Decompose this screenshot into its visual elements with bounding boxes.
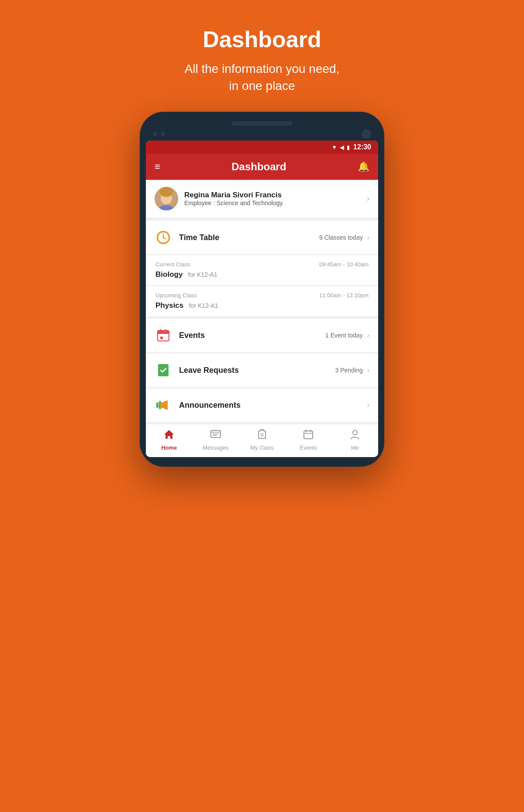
- app-bar: ≡ Dashboard 🔔: [146, 154, 378, 180]
- svg-point-30: [353, 430, 357, 435]
- messages-icon: [210, 429, 221, 443]
- wifi-icon: ▼: [331, 144, 337, 151]
- status-time: 12:30: [353, 143, 371, 151]
- svg-point-3: [160, 187, 173, 197]
- phone-camera: [362, 129, 371, 139]
- current-class-time: 09:45am - 10.40am: [319, 261, 369, 268]
- timetable-label: Time Table: [179, 233, 319, 242]
- upcoming-class-time: 11:00am - 12.10pm: [319, 292, 369, 299]
- avatar: [155, 187, 178, 210]
- me-icon: [349, 429, 361, 443]
- svg-rect-19: [160, 403, 162, 408]
- messages-label: Messages: [203, 444, 228, 451]
- profile-card[interactable]: Regina Maria Sivori Francis Employee : S…: [146, 180, 378, 217]
- page-header: Dashboard All the information you need, …: [185, 0, 340, 112]
- announcements-card[interactable]: Announcements ›: [146, 389, 378, 422]
- page-title: Dashboard: [185, 26, 340, 52]
- nav-home[interactable]: Home: [156, 429, 182, 451]
- profile-chevron: ›: [367, 194, 369, 203]
- timetable-card[interactable]: Time Table 9 Classes today ›: [146, 221, 378, 254]
- me-label: Me: [351, 444, 359, 451]
- events-label: Events: [179, 331, 325, 340]
- events-nav-icon: [303, 429, 314, 443]
- nav-messages[interactable]: Messages: [203, 429, 229, 451]
- leave-requests-chevron: ›: [367, 366, 369, 374]
- upcoming-class-card[interactable]: Upcoming Class 11:00am - 12.10pm Physics…: [146, 286, 378, 316]
- current-class-type: Current Class: [155, 261, 190, 268]
- events-nav-label: Events: [300, 444, 317, 451]
- phone-top-bar: [146, 129, 378, 139]
- upcoming-class-group: for K12-A1: [189, 302, 218, 309]
- nav-events[interactable]: Events: [295, 429, 321, 451]
- battery-icon: ▮: [347, 144, 350, 151]
- nav-me[interactable]: Me: [342, 429, 368, 451]
- leave-requests-icon: [155, 361, 172, 379]
- phone-dot: [153, 132, 157, 136]
- phone-screen: ▼ ◀ ▮ 12:30 ≡ Dashboard 🔔: [146, 141, 378, 457]
- status-bar: ▼ ◀ ▮ 12:30: [146, 141, 378, 154]
- announcements-chevron: ›: [367, 401, 369, 409]
- timetable-badge: 9 Classes today: [319, 234, 363, 241]
- svg-rect-26: [304, 431, 313, 439]
- current-class-name: Biology for K12-A1: [155, 270, 369, 279]
- timetable-section: Time Table 9 Classes today › Current Cla…: [146, 221, 378, 316]
- my-class-icon: [256, 429, 268, 443]
- home-label: Home: [161, 444, 177, 451]
- profile-name: Regina Maria Sivori Francis: [184, 191, 367, 200]
- announcements-label: Announcements: [179, 401, 363, 410]
- my-class-label: My Class: [250, 444, 273, 451]
- events-chevron: ›: [367, 331, 369, 339]
- app-bar-title: Dashboard: [231, 161, 286, 173]
- svg-rect-17: [156, 403, 159, 408]
- current-class-card[interactable]: Current Class 09:45am - 10.40am Biology …: [146, 255, 378, 285]
- home-icon: [163, 429, 175, 443]
- bottom-nav: Home Messages: [146, 423, 378, 457]
- phone-speaker: [231, 121, 293, 126]
- leave-requests-badge: 3 Pending: [335, 367, 363, 374]
- nav-my-class[interactable]: My Class: [249, 429, 275, 451]
- upcoming-class-type: Upcoming Class: [155, 292, 197, 299]
- events-card[interactable]: Events 1 Event today ›: [146, 319, 378, 352]
- svg-rect-16: [158, 364, 169, 376]
- svg-rect-15: [160, 337, 163, 339]
- current-class-group: for K12-A1: [188, 271, 217, 278]
- leave-requests-label: Leave Requests: [179, 366, 335, 375]
- svg-rect-12: [158, 333, 169, 334]
- svg-point-9: [162, 237, 164, 238]
- page-subtitle: All the information you need, in one pla…: [185, 60, 340, 94]
- events-icon: [155, 327, 172, 344]
- phone-dot: [161, 132, 165, 136]
- leave-requests-card[interactable]: Leave Requests 3 Pending ›: [146, 354, 378, 387]
- profile-role: Employee : Science and Technology: [184, 200, 367, 206]
- announcements-icon: [155, 396, 172, 414]
- phone-frame: ▼ ◀ ▮ 12:30 ≡ Dashboard 🔔: [140, 112, 384, 467]
- signal-icon: ◀: [340, 144, 344, 151]
- upcoming-class-name: Physics for K12-A1: [155, 301, 369, 310]
- timetable-chevron: ›: [367, 234, 369, 241]
- profile-info: Regina Maria Sivori Francis Employee : S…: [184, 191, 367, 206]
- timetable-icon: [155, 229, 172, 246]
- bell-icon[interactable]: 🔔: [358, 161, 369, 172]
- events-badge: 1 Event today: [325, 332, 363, 339]
- hamburger-icon[interactable]: ≡: [155, 161, 160, 172]
